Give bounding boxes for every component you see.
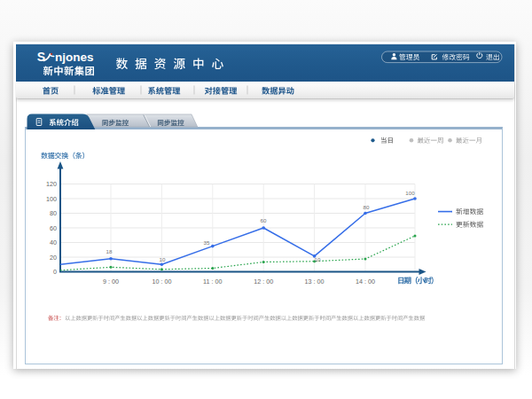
svg-text:80: 80 (364, 204, 370, 210)
svg-text:100: 100 (46, 195, 57, 203)
svg-text:njones: njones (55, 51, 94, 64)
svg-text:18: 18 (106, 248, 113, 254)
svg-text:10: 10 (315, 256, 321, 262)
svg-text:S: S (37, 50, 45, 64)
svg-text:12 : 00: 12 : 00 (254, 278, 273, 286)
svg-text:35: 35 (204, 239, 210, 246)
svg-text:10 : 00: 10 : 00 (152, 278, 171, 286)
svg-text:60: 60 (261, 217, 267, 223)
svg-text:11 : 00: 11 : 00 (203, 278, 222, 286)
svg-text:13 : 00: 13 : 00 (305, 278, 325, 286)
svg-text:20: 20 (50, 254, 57, 262)
svg-text:120: 120 (46, 180, 57, 188)
svg-text:60: 60 (50, 224, 57, 232)
svg-text:10: 10 (160, 256, 166, 262)
svg-text:9 : 00: 9 : 00 (103, 278, 119, 286)
svg-text:0: 0 (53, 268, 57, 276)
svg-text:80: 80 (50, 209, 57, 217)
svg-text:100: 100 (405, 190, 415, 196)
svg-text:40: 40 (50, 239, 57, 246)
svg-text:14 : 00: 14 : 00 (356, 278, 375, 286)
